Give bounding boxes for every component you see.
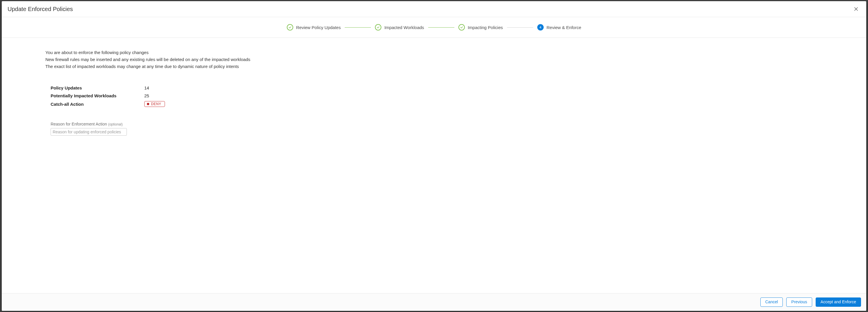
deny-dot-icon [147,103,149,105]
reason-block: Reason for Enforcement Action (optional) [51,122,823,136]
intro-line: You are about to enforce the following p… [45,49,823,56]
previous-button[interactable]: Previous [786,298,812,307]
intro-line: The exact list of impacted workloads may… [45,63,823,70]
step-impacted-workloads[interactable]: Impacted Workloads [375,24,424,31]
close-button[interactable] [852,5,860,13]
step-label: Review Policy Updates [296,25,341,30]
step-connector [428,27,454,28]
deny-text: DENY [151,102,161,106]
deny-badge: DENY [144,101,165,107]
close-icon [854,8,859,12]
reason-label-text: Reason for Enforcement Action [51,122,107,126]
reason-label: Reason for Enforcement Action (optional) [51,122,123,126]
update-enforced-policies-modal: Update Enforced Policies Review Policy U… [2,1,866,311]
cancel-button[interactable]: Cancel [761,298,783,307]
step-review-policy-updates[interactable]: Review Policy Updates [287,24,341,31]
intro-line: New firewall rules may be inserted and a… [45,56,823,63]
step-connector [507,27,533,28]
summary-key: Policy Updates [51,85,144,90]
summary-key: Catch-all Action [51,102,144,107]
step-impacting-policies[interactable]: Impacting Policies [459,24,503,31]
check-icon [375,24,381,31]
intro-text: You are about to enforce the following p… [45,49,823,69]
summary-value: 14 [144,85,149,90]
modal-footer: Cancel Previous Accept and Enforce [2,293,866,311]
step-label: Impacted Workloads [384,25,424,30]
reason-optional: (optional) [108,122,123,126]
stepper: Review Policy Updates Impacted Workloads… [2,17,866,38]
summary-row-policy-updates: Policy Updates 14 [51,84,823,92]
summary-row-impacted-workloads: Potentially Impacted Workloads 25 [51,92,823,100]
modal-title: Update Enforced Policies [7,6,73,12]
check-icon [287,24,293,31]
step-label: Impacting Policies [468,25,503,30]
reason-input[interactable] [51,128,127,136]
step-review-enforce[interactable]: 4 Review & Enforce [537,24,581,31]
summary-row-catch-all: Catch-all Action DENY [51,100,823,108]
step-number-icon: 4 [537,24,544,31]
summary-key: Potentially Impacted Workloads [51,93,144,98]
modal-header: Update Enforced Policies [2,1,866,17]
accept-enforce-button[interactable]: Accept and Enforce [816,298,861,307]
step-connector [345,27,371,28]
modal-body: You are about to enforce the following p… [2,38,866,293]
summary-table: Policy Updates 14 Potentially Impacted W… [51,84,823,108]
step-label: Review & Enforce [547,25,581,30]
summary-value: 25 [144,93,149,98]
check-icon [459,24,465,31]
summary-value: DENY [144,101,165,107]
